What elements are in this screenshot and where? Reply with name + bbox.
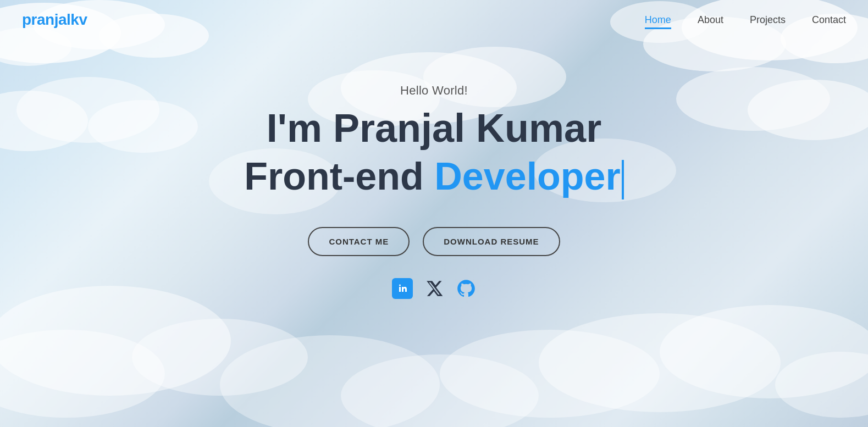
nav-link-projects[interactable]: Projects xyxy=(750,14,786,25)
github-icon[interactable] xyxy=(456,278,477,299)
linkedin-icon[interactable] xyxy=(392,278,413,299)
nav-item-projects[interactable]: Projects xyxy=(750,14,786,26)
greeting-text: Hello World! xyxy=(400,84,468,98)
role-heading: Front-end Developer xyxy=(244,156,624,199)
nav-item-about[interactable]: About xyxy=(698,14,723,26)
social-links xyxy=(392,278,477,299)
download-resume-button[interactable]: DOWNLOAD RESUME xyxy=(423,227,560,256)
nav-link-about[interactable]: About xyxy=(698,14,723,25)
typing-cursor xyxy=(622,160,624,199)
cta-buttons: CONTACT ME DOWNLOAD RESUME xyxy=(308,227,560,256)
nav-item-contact[interactable]: Contact xyxy=(812,14,846,26)
contact-me-button[interactable]: CONTACT ME xyxy=(308,227,410,256)
role-prefix: Front-end xyxy=(244,155,434,198)
nav-item-home[interactable]: Home xyxy=(645,14,671,26)
brand-logo[interactable]: pranjalkv xyxy=(22,11,87,29)
nav-link-home[interactable]: Home xyxy=(645,14,671,29)
navbar: pranjalkv Home About Projects Contact xyxy=(0,0,868,40)
x-twitter-icon[interactable] xyxy=(424,278,445,299)
hero-section: Hello World! I'm Pranjal Kumar Front-end… xyxy=(0,40,868,299)
role-highlight: Developer xyxy=(434,155,620,198)
name-heading: I'm Pranjal Kumar xyxy=(267,107,601,150)
nav-links: Home About Projects Contact xyxy=(645,14,846,26)
nav-link-contact[interactable]: Contact xyxy=(812,14,846,25)
